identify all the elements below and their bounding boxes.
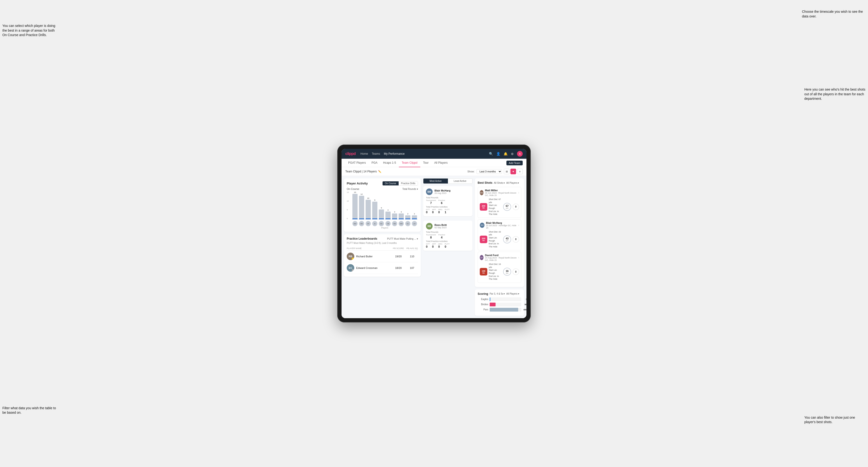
most-least-toggle: Most Active Least Active [423, 178, 472, 184]
best-shots-filter1[interactable]: All Shots ▾ [494, 182, 505, 184]
most-active-btn[interactable]: Most Active [423, 179, 448, 184]
chart-sub-header: On Course Total Rounds ▾ [347, 187, 418, 190]
annotation-bottom-right: You can also filter to show just one pla… [804, 415, 866, 425]
bs-badge-3: 198 SG [480, 268, 487, 276]
player-avatar-0: BM [352, 221, 358, 226]
app-1: APP 0 [432, 209, 436, 214]
tab-pgat-players[interactable]: PGAT Players [345, 159, 369, 167]
add-icon[interactable]: ⊕ [511, 152, 514, 156]
best-shot-1[interactable]: MM Matt Miller 09 Jun 2023 · Royal North… [478, 187, 521, 218]
bs-player-2-info: Blair McHarg 23 Jul 2023 · Ashridge GC, … [486, 221, 517, 229]
arg-1: ARG 0 [438, 209, 442, 214]
pars-bar-container: 499 [490, 308, 521, 312]
player-activity-title: Player Activity [347, 182, 368, 185]
y-label-5: 5 [347, 209, 350, 211]
practice-filter[interactable]: PUTT Must Make Putting ... ▾ [387, 238, 418, 240]
total-rounds-label-1: Total Rounds [426, 196, 445, 199]
least-active-btn[interactable]: Least Active [448, 179, 472, 184]
putt-2: PUTT 0 [445, 243, 450, 248]
pars-bar [490, 308, 518, 312]
scoring-card: Scoring Par 3, 4 & 5s ▾ All Players ▾ Ea… [475, 289, 524, 316]
chart-filter[interactable]: Total Rounds ▾ [402, 188, 418, 190]
activity-rounds-row-1: Total Rounds Tournament 7 Practice 6 [426, 196, 470, 205]
practice-score-2: 18/20 [393, 267, 404, 269]
y-label-10: 10 [347, 200, 350, 202]
player-avatar-1: BB [359, 221, 364, 226]
annotation-top-left: You can select which player is doing the… [2, 24, 59, 37]
bar-6 [392, 214, 397, 219]
list-view-btn[interactable]: ≡ [517, 168, 523, 174]
player-avatar-6: RB [392, 221, 397, 226]
bs-shot-details-1: 200 SG Shot Dist: 67 yds Start Lie: Roug… [480, 198, 519, 216]
bar-5 [385, 212, 391, 219]
practice-avg-1: 110 [406, 255, 418, 258]
bar-7 [399, 214, 404, 219]
user-avatar[interactable]: A [517, 151, 523, 157]
team-name-edit-icon[interactable]: ✏️ [378, 170, 381, 173]
bs-player-2-name: Blair McHarg [486, 221, 517, 224]
x-axis-label: Players [351, 227, 418, 229]
team-name: Team Clippd | 14 Players ✏️ [345, 170, 381, 173]
practice-table-header: Player Name PB Score PB Avg SQ [347, 246, 418, 251]
bs-player-3-details: 24 Aug 2023 · Royal North Devon GC, Hole… [485, 257, 517, 261]
bs-player-1-details: 09 Jun 2023 · Royal North Devon GC, Hole… [485, 192, 517, 196]
scoring-row-birdies: Birdies 96 [478, 303, 521, 306]
nav-teams[interactable]: Teams [372, 152, 380, 156]
bs-stat-zero-3: 0 [513, 269, 519, 275]
bs-chevron-1: › [518, 191, 519, 194]
left-panel: Player Activity On Course Practice Drill… [344, 178, 421, 316]
player-avatars-row: BMBBDFJCEEOBRBMMECLR [351, 221, 418, 226]
best-shot-3[interactable]: DF David Ford 24 Aug 2023 · Royal North … [478, 252, 521, 283]
bar-highlight-6 [392, 218, 397, 219]
player-avatar-4: EE [379, 221, 384, 226]
best-shots-filter2[interactable]: All Players ▾ [506, 182, 519, 184]
scoring-filter2[interactable]: All Players ▾ [506, 292, 519, 295]
player-activity-card: Player Activity On Course Practice Drill… [344, 178, 421, 232]
tab-hcaps[interactable]: Hcaps 1-5 [380, 159, 399, 167]
view-icons: ⊞ ♥ ≡ [504, 168, 523, 174]
time-select[interactable]: Last 3 months Last month Last 6 months L… [476, 169, 502, 174]
team-header: Team Clippd | 14 Players ✏️ Show: Last 3… [342, 167, 526, 176]
bar-value-4: 5 [381, 207, 382, 209]
bs-shot-details-2: 200 SG Shot Dist: 43 yds Start Lie: Roug… [480, 230, 519, 248]
bs-stat-zero-2: 0 [513, 236, 519, 243]
bell-icon[interactable]: 🔔 [503, 152, 507, 156]
tab-team-clippd[interactable]: Team Clippd [399, 159, 420, 167]
eagles-label: Eagles [478, 298, 488, 301]
practice-drills-toggle[interactable]: Practice Drills [399, 181, 418, 185]
bs-player-1-name: Matt Miller [485, 189, 517, 192]
tablet-frame: clippd Home Teams My Performance 🔍 👤 🔔 ⊕… [337, 145, 531, 322]
middle-panel: Most Active Least Active BM Blair McHarg… [423, 178, 472, 316]
person-icon[interactable]: 👤 [496, 152, 500, 156]
player-avatar-9: LR [412, 221, 417, 226]
grid-view-btn[interactable]: ⊞ [504, 168, 509, 174]
chart-wrapper: 15 10 5 0 1312109543322 BMBBDFJCEEOBRBMM… [347, 191, 418, 229]
bs-chevron-3: › [518, 256, 519, 259]
bs-badge-2: 200 SG [480, 236, 487, 243]
best-shot-2[interactable]: BM Blair McHarg 23 Jul 2023 · Ashridge G… [478, 219, 521, 250]
bar-group-2: 10 [366, 197, 371, 219]
activity-avatar-1: BM [426, 188, 433, 195]
add-team-button[interactable]: Add Team [506, 161, 523, 165]
total-practice-label-1: Total Practice Activities [426, 206, 470, 208]
bar-highlight-9 [412, 218, 417, 219]
heart-view-btn[interactable]: ♥ [510, 168, 516, 174]
tab-tour[interactable]: Tour [420, 159, 431, 167]
scoring-filter1[interactable]: Par 3, 4 & 5s ▾ [490, 292, 505, 295]
search-icon[interactable]: 🔍 [489, 152, 493, 156]
bar-group-9: 2 [412, 213, 417, 219]
tab-all-players[interactable]: All Players [431, 159, 451, 167]
practice-subtitle: PUTT Must Make Putting (3-6 ft), Last 3 … [347, 242, 418, 244]
activity-item-1-header: BM Blair McHarg 26 Aug 2023 [426, 188, 470, 195]
main-content: Player Activity On Course Practice Drill… [342, 176, 526, 318]
bar-2 [366, 200, 371, 219]
best-shots-header: Best Shots All Shots ▾ All Players ▾ [478, 181, 521, 184]
bs-player-row-1: MM Matt Miller 09 Jun 2023 · Royal North… [480, 189, 519, 196]
logo: clippd [345, 152, 356, 156]
on-course-toggle[interactable]: On Course [382, 181, 399, 185]
nav-my-performance[interactable]: My Performance [384, 152, 404, 156]
nav-home[interactable]: Home [361, 152, 368, 156]
activity-rounds-row-2: Total Rounds Tournament 8 Practice 4 [426, 231, 470, 239]
activity-player-2-name: Rees Britt [434, 224, 447, 226]
tab-pga[interactable]: PGA [369, 159, 380, 167]
